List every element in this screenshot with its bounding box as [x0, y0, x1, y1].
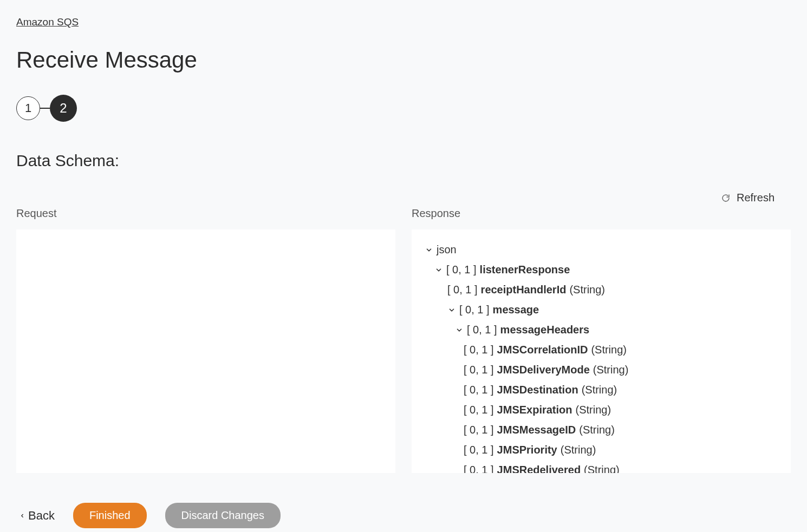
back-button[interactable]: Back	[19, 509, 55, 523]
chevron-down-icon	[455, 326, 464, 334]
step-2[interactable]: 2	[50, 95, 77, 122]
tree-node-label: JMSRedelivered	[497, 462, 581, 473]
tree-node-header[interactable]: [ 0, 1 ]JMSDestination(String)	[421, 382, 781, 398]
tree-node-header[interactable]: [ 0, 1 ]JMSCorrelationID(String)	[421, 341, 781, 358]
tree-node-header[interactable]: [ 0, 1 ]JMSMessageID(String)	[421, 422, 781, 438]
section-heading-data-schema: Data Schema:	[16, 152, 791, 170]
tree-node-label: listenerResponse	[480, 261, 570, 278]
breadcrumb-link[interactable]: Amazon SQS	[16, 16, 79, 28]
tree-node-label: messageHeaders	[500, 321, 590, 338]
tree-node-header[interactable]: [ 0, 1 ]JMSRedelivered(String)	[421, 462, 781, 473]
cardinality: [ 0, 1 ]	[447, 281, 478, 298]
tree-node-listener-response[interactable]: [ 0, 1 ] listenerResponse	[421, 261, 781, 278]
chevron-down-icon	[434, 266, 443, 274]
tree-node-label: JMSCorrelationID	[497, 341, 588, 358]
step-connector	[40, 108, 50, 109]
chevron-down-icon	[425, 246, 433, 254]
finished-button[interactable]: Finished	[73, 503, 147, 528]
page-title: Receive Message	[16, 47, 791, 73]
discard-changes-button[interactable]: Discard Changes	[165, 503, 281, 528]
cardinality: [ 0, 1 ]	[464, 402, 494, 418]
tree-node-label: message	[493, 301, 539, 318]
tree-node-type: (String)	[569, 281, 605, 298]
tree-node-type: (String)	[579, 422, 615, 438]
cardinality: [ 0, 1 ]	[467, 321, 497, 338]
cardinality: [ 0, 1 ]	[464, 382, 494, 398]
tree-node-header[interactable]: [ 0, 1 ]JMSDeliveryMode(String)	[421, 362, 781, 378]
cardinality: [ 0, 1 ]	[464, 362, 494, 378]
tree-node-label: json	[437, 241, 457, 258]
tree-node-header[interactable]: [ 0, 1 ]JMSExpiration(String)	[421, 402, 781, 418]
cardinality: [ 0, 1 ]	[464, 422, 494, 438]
tree-node-type: (String)	[576, 402, 611, 418]
tree-node-label: receiptHandlerId	[481, 281, 567, 298]
refresh-label: Refresh	[737, 192, 775, 204]
cardinality: [ 0, 1 ]	[446, 261, 477, 278]
refresh-icon	[721, 194, 730, 202]
stepper: 1 2	[16, 95, 791, 122]
cardinality: [ 0, 1 ]	[464, 341, 494, 358]
tree-node-header[interactable]: [ 0, 1 ]JMSPriority(String)	[421, 442, 781, 458]
tree-node-label: JMSMessageID	[497, 422, 576, 438]
request-panel	[16, 229, 395, 473]
cardinality: [ 0, 1 ]	[464, 442, 494, 458]
tree-node-label: JMSPriority	[497, 442, 557, 458]
tree-node-type: (String)	[591, 341, 627, 358]
tree-node-label: JMSExpiration	[497, 402, 572, 418]
chevron-down-icon	[447, 306, 456, 314]
tree-node-label: JMSDestination	[497, 382, 578, 398]
refresh-button[interactable]: Refresh	[16, 192, 791, 204]
tree-node-json[interactable]: json	[421, 241, 781, 258]
tree-node-label: JMSDeliveryMode	[497, 362, 590, 378]
tree-node-type: (String)	[582, 382, 617, 398]
tree-node-type: (String)	[584, 462, 620, 473]
tree-node-message[interactable]: [ 0, 1 ] message	[421, 301, 781, 318]
back-label: Back	[28, 509, 55, 523]
tree-node-type: (String)	[593, 362, 629, 378]
cardinality: [ 0, 1 ]	[459, 301, 490, 318]
tree-node-message-headers[interactable]: [ 0, 1 ] messageHeaders	[421, 321, 781, 338]
response-panel-label: Response	[412, 207, 791, 220]
step-1[interactable]: 1	[16, 96, 40, 120]
request-panel-label: Request	[16, 207, 395, 220]
response-panel: json [ 0, 1 ] listenerResponse [ 0, 1 ] …	[412, 229, 791, 473]
cardinality: [ 0, 1 ]	[464, 462, 494, 473]
tree-node-type: (String)	[561, 442, 596, 458]
chevron-left-icon	[19, 512, 25, 520]
tree-node-receipt-handler-id[interactable]: [ 0, 1 ] receiptHandlerId (String)	[421, 281, 781, 298]
